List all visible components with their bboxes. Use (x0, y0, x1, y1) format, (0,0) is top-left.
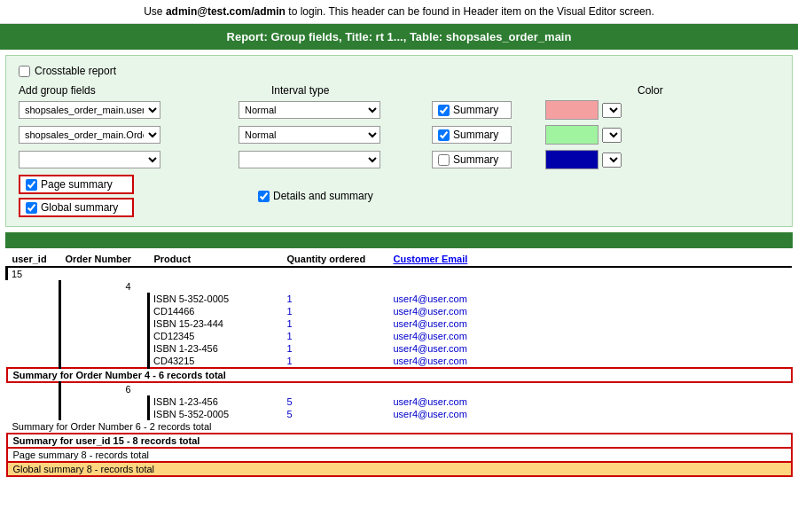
color-picker-2[interactable]: ▼ (602, 128, 622, 143)
crosstable-checkbox[interactable] (19, 66, 30, 77)
order-summary2-text: Summary for Order Number 6 - 2 records t… (7, 420, 793, 434)
cell-qty (282, 267, 388, 280)
page-summary-row: Page summary 8 - records total (7, 448, 793, 462)
cell-userid: 15 (7, 267, 60, 280)
global-summary-label: Global summary (19, 198, 134, 217)
cell-product: CD14466 (149, 305, 282, 317)
table-row: ISBN 1-23-456 1 user4@user.com (7, 342, 793, 355)
cell-product: CD43215 (149, 355, 282, 368)
add-group-label: Add group fields (19, 84, 174, 97)
table-row: CD43215 1 user4@user.com (7, 355, 793, 368)
color-box-1 (545, 100, 598, 120)
summary-cb-1: Summary (432, 101, 512, 119)
order-summary2-row: Summary for Order Number 6 - 2 records t… (7, 420, 793, 434)
details-summary-row: Details and summary (258, 190, 373, 202)
th-order: Order Number (60, 252, 149, 267)
table-row: ISBN 5-352-0005 1 user4@user.com (7, 293, 793, 305)
order-summary-row: Summary for Order Number 4 - 6 records t… (7, 368, 793, 382)
interval-select-1[interactable]: Normal (239, 101, 380, 119)
summary-check-3[interactable] (438, 154, 450, 166)
th-qty: Quantity ordered (282, 252, 388, 267)
th-product: Product (149, 252, 282, 267)
page-summary-text: Page summary 8 - records total (7, 448, 793, 462)
order-summary-text: Summary for Order Number 4 - 6 records t… (7, 368, 793, 382)
global-summary-text: Global summary 8 - records total (7, 462, 793, 476)
color-picker-1[interactable]: ▼ (602, 103, 622, 118)
global-summary-row: Global summary 8 - records total (7, 462, 793, 476)
cell-product: ISBN 15-23-444 (149, 317, 282, 330)
report-header: Report: Group fields, Title: rt 1..., Ta… (0, 24, 798, 50)
crosstable-row: Crosstable report (19, 65, 779, 77)
cell-order: 6 (60, 382, 149, 395)
cell-order: 4 (60, 280, 149, 293)
table-row: ISBN 15-23-444 1 user4@user.com (7, 317, 793, 330)
cell-userid (7, 280, 60, 293)
login-text: admin@test.com/admin (166, 5, 286, 18)
table-row: 15 (7, 267, 793, 280)
group-field-2[interactable]: shopsales_order_main.Orde (19, 126, 160, 144)
interval-select-2[interactable]: Normal (239, 126, 380, 144)
summary-cb-2: Summary (432, 126, 512, 144)
field-row-1: shopsales_order_main.user Normal Summary… (19, 100, 779, 120)
cell-product: ISBN 5-352-0005 (149, 408, 282, 420)
color-box-2 (545, 125, 598, 145)
top-bar: Use admin@test.com/admin to login. This … (0, 0, 798, 24)
main-panel: Crosstable report Add group fields Inter… (5, 55, 793, 227)
interval-label: Interval type (271, 84, 422, 97)
user-summary-row: Summary for user_id 15 - 8 records total (7, 434, 793, 448)
table-row: 4 (7, 280, 793, 293)
global-summary-checkbox[interactable] (26, 202, 37, 214)
table-row: ISBN 5-352-0005 5 user4@user.com (7, 408, 793, 420)
group-field-1[interactable]: shopsales_order_main.user (19, 101, 160, 119)
crosstable-label: Crosstable report (35, 65, 116, 77)
cell-product: ISBN 5-352-0005 (149, 293, 282, 305)
field-row-2: shopsales_order_main.Orde Normal Summary… (19, 125, 779, 145)
cell-product (149, 280, 282, 293)
cell-product: CD12345 (149, 330, 282, 342)
color-picker-3[interactable]: ▼ (602, 153, 622, 168)
summary-check-2[interactable] (438, 129, 450, 141)
cell-product (149, 267, 282, 280)
color-label: Color (638, 84, 708, 97)
cell-order (60, 267, 149, 280)
table-row: CD12345 1 user4@user.com (7, 330, 793, 342)
cell-email (388, 267, 793, 280)
cell-product: ISBN 1-23-456 (149, 342, 282, 355)
cell-email (388, 280, 793, 293)
field-row-3: Summary ▼ (19, 150, 779, 169)
interval-select-3[interactable] (239, 151, 380, 168)
th-userid: user_id (7, 252, 60, 267)
table-row: CD14466 1 user4@user.com (7, 305, 793, 317)
table-row: 6 (7, 382, 793, 395)
report-title: Report: Group fields, Title: rt 1..., Ta… (227, 30, 572, 43)
cell-qty (282, 280, 388, 293)
details-summary-checkbox[interactable] (258, 191, 270, 202)
report-table: user_id Order Number Product Quantity or… (5, 252, 793, 477)
th-email: Customer Email (388, 252, 793, 267)
page-summary-checkbox[interactable] (26, 179, 37, 191)
table-row: ISBN 1-23-456 5 user4@user.com (7, 395, 793, 408)
cell-product: ISBN 1-23-456 (149, 395, 282, 408)
user-summary-text: Summary for user_id 15 - 8 records total (7, 434, 793, 448)
page-summary-label: Page summary (19, 175, 134, 194)
group-field-3[interactable] (19, 151, 160, 168)
green-bar (5, 232, 793, 248)
summary-check-1[interactable] (438, 105, 450, 116)
topbar-suffix: to login. This header can be found in He… (288, 5, 653, 18)
summary-cb-3: Summary (432, 151, 512, 168)
color-box-3 (545, 150, 598, 169)
table-area: user_id Order Number Product Quantity or… (5, 252, 793, 477)
